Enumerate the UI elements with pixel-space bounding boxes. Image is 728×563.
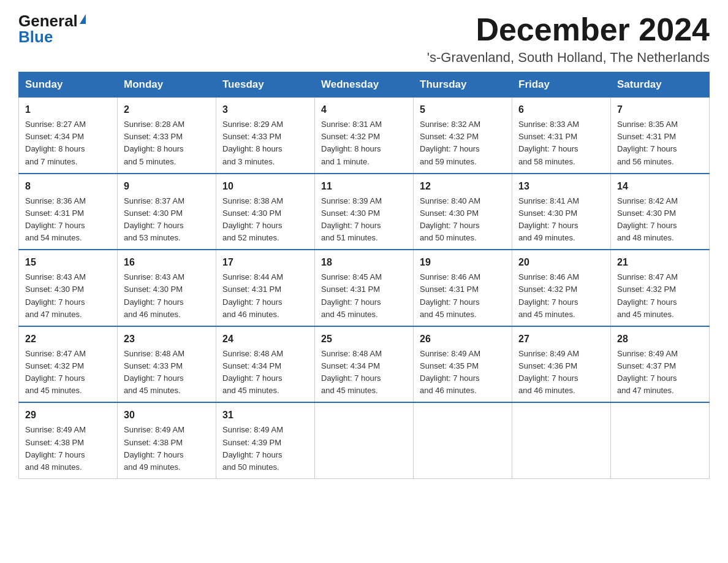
- day-info: Sunrise: 8:38 AM Sunset: 4:30 PM Dayligh…: [222, 195, 308, 245]
- day-number: 30: [124, 408, 210, 423]
- calendar-cell: [315, 402, 414, 478]
- day-info: Sunrise: 8:46 AM Sunset: 4:31 PM Dayligh…: [420, 271, 506, 321]
- day-info: Sunrise: 8:36 AM Sunset: 4:31 PM Dayligh…: [25, 195, 111, 245]
- logo-arrow-icon: [80, 14, 86, 24]
- calendar-cell: 1 Sunrise: 8:27 AM Sunset: 4:34 PM Dayli…: [19, 98, 118, 174]
- day-number: 20: [518, 255, 604, 270]
- header-wednesday: Wednesday: [315, 72, 414, 98]
- day-number: 4: [321, 102, 407, 117]
- day-info: Sunrise: 8:37 AM Sunset: 4:30 PM Dayligh…: [124, 195, 210, 245]
- day-number: 13: [518, 179, 604, 194]
- calendar-cell: 8 Sunrise: 8:36 AM Sunset: 4:31 PM Dayli…: [19, 174, 118, 250]
- day-info: Sunrise: 8:35 AM Sunset: 4:31 PM Dayligh…: [617, 118, 703, 168]
- header-tuesday: Tuesday: [216, 72, 315, 98]
- calendar-cell: 7 Sunrise: 8:35 AM Sunset: 4:31 PM Dayli…: [611, 98, 710, 174]
- day-number: 28: [617, 332, 703, 347]
- title-area: December 2024 's-Gravenland, South Holla…: [427, 12, 710, 66]
- calendar-cell: 12 Sunrise: 8:40 AM Sunset: 4:30 PM Dayl…: [414, 174, 512, 250]
- calendar-cell: [611, 402, 710, 478]
- calendar-table: Sunday Monday Tuesday Wednesday Thursday…: [18, 72, 710, 479]
- calendar-cell: 2 Sunrise: 8:28 AM Sunset: 4:33 PM Dayli…: [118, 98, 216, 174]
- month-title: December 2024: [427, 12, 710, 47]
- day-number: 1: [25, 102, 111, 117]
- calendar-cell: 31 Sunrise: 8:49 AM Sunset: 4:39 PM Dayl…: [216, 402, 315, 478]
- day-info: Sunrise: 8:49 AM Sunset: 4:38 PM Dayligh…: [124, 424, 210, 473]
- calendar-cell: 21 Sunrise: 8:47 AM Sunset: 4:32 PM Dayl…: [611, 250, 710, 326]
- day-info: Sunrise: 8:48 AM Sunset: 4:34 PM Dayligh…: [321, 348, 407, 397]
- calendar-cell: 18 Sunrise: 8:45 AM Sunset: 4:31 PM Dayl…: [315, 250, 414, 326]
- calendar-cell: 19 Sunrise: 8:46 AM Sunset: 4:31 PM Dayl…: [414, 250, 512, 326]
- day-number: 9: [124, 179, 210, 194]
- calendar-cell: 13 Sunrise: 8:41 AM Sunset: 4:30 PM Dayl…: [512, 174, 611, 250]
- calendar-cell: 20 Sunrise: 8:46 AM Sunset: 4:32 PM Dayl…: [512, 250, 611, 326]
- day-number: 22: [25, 332, 111, 347]
- day-number: 6: [518, 102, 604, 117]
- day-info: Sunrise: 8:28 AM Sunset: 4:33 PM Dayligh…: [124, 118, 210, 168]
- calendar-week-3: 15 Sunrise: 8:43 AM Sunset: 4:30 PM Dayl…: [19, 250, 710, 326]
- calendar-cell: [414, 402, 512, 478]
- calendar-cell: 30 Sunrise: 8:49 AM Sunset: 4:38 PM Dayl…: [118, 402, 216, 478]
- calendar-cell: 24 Sunrise: 8:48 AM Sunset: 4:34 PM Dayl…: [216, 326, 315, 403]
- day-info: Sunrise: 8:43 AM Sunset: 4:30 PM Dayligh…: [124, 271, 210, 321]
- day-number: 26: [420, 332, 506, 347]
- header-saturday: Saturday: [611, 72, 710, 98]
- day-info: Sunrise: 8:32 AM Sunset: 4:32 PM Dayligh…: [420, 118, 506, 168]
- calendar-cell: 14 Sunrise: 8:42 AM Sunset: 4:30 PM Dayl…: [611, 174, 710, 250]
- day-info: Sunrise: 8:49 AM Sunset: 4:35 PM Dayligh…: [420, 348, 506, 397]
- day-number: 3: [222, 102, 308, 117]
- header-friday: Friday: [512, 72, 611, 98]
- day-info: Sunrise: 8:49 AM Sunset: 4:39 PM Dayligh…: [222, 424, 308, 473]
- calendar-cell: 4 Sunrise: 8:31 AM Sunset: 4:32 PM Dayli…: [315, 98, 414, 174]
- day-info: Sunrise: 8:39 AM Sunset: 4:30 PM Dayligh…: [321, 195, 407, 245]
- location-title: 's-Gravenland, South Holland, The Nether…: [427, 50, 710, 66]
- day-info: Sunrise: 8:47 AM Sunset: 4:32 PM Dayligh…: [25, 348, 111, 397]
- calendar-cell: 9 Sunrise: 8:37 AM Sunset: 4:30 PM Dayli…: [118, 174, 216, 250]
- day-number: 11: [321, 179, 407, 194]
- day-number: 21: [617, 255, 703, 270]
- day-info: Sunrise: 8:48 AM Sunset: 4:34 PM Dayligh…: [222, 348, 308, 397]
- day-number: 17: [222, 255, 308, 270]
- calendar-cell: 16 Sunrise: 8:43 AM Sunset: 4:30 PM Dayl…: [118, 250, 216, 326]
- calendar-week-4: 22 Sunrise: 8:47 AM Sunset: 4:32 PM Dayl…: [19, 326, 710, 403]
- day-info: Sunrise: 8:33 AM Sunset: 4:31 PM Dayligh…: [518, 118, 604, 168]
- day-info: Sunrise: 8:46 AM Sunset: 4:32 PM Dayligh…: [518, 271, 604, 321]
- calendar-cell: 17 Sunrise: 8:44 AM Sunset: 4:31 PM Dayl…: [216, 250, 315, 326]
- day-info: Sunrise: 8:40 AM Sunset: 4:30 PM Dayligh…: [420, 195, 506, 245]
- header-thursday: Thursday: [414, 72, 512, 98]
- day-info: Sunrise: 8:27 AM Sunset: 4:34 PM Dayligh…: [25, 118, 111, 168]
- day-info: Sunrise: 8:49 AM Sunset: 4:37 PM Dayligh…: [617, 348, 703, 397]
- calendar-cell: 26 Sunrise: 8:49 AM Sunset: 4:35 PM Dayl…: [414, 326, 512, 403]
- calendar-week-2: 8 Sunrise: 8:36 AM Sunset: 4:31 PM Dayli…: [19, 174, 710, 250]
- calendar-week-1: 1 Sunrise: 8:27 AM Sunset: 4:34 PM Dayli…: [19, 98, 710, 174]
- calendar-cell: 15 Sunrise: 8:43 AM Sunset: 4:30 PM Dayl…: [19, 250, 118, 326]
- day-info: Sunrise: 8:29 AM Sunset: 4:33 PM Dayligh…: [222, 118, 308, 168]
- day-number: 25: [321, 332, 407, 347]
- day-info: Sunrise: 8:45 AM Sunset: 4:31 PM Dayligh…: [321, 271, 407, 321]
- day-number: 16: [124, 255, 210, 270]
- calendar-cell: [512, 402, 611, 478]
- logo-blue: Blue: [18, 28, 53, 47]
- day-number: 24: [222, 332, 308, 347]
- day-number: 19: [420, 255, 506, 270]
- logo: General Blue: [18, 12, 86, 47]
- calendar-cell: 23 Sunrise: 8:48 AM Sunset: 4:33 PM Dayl…: [118, 326, 216, 403]
- day-number: 18: [321, 255, 407, 270]
- day-number: 14: [617, 179, 703, 194]
- calendar-cell: 5 Sunrise: 8:32 AM Sunset: 4:32 PM Dayli…: [414, 98, 512, 174]
- day-info: Sunrise: 8:49 AM Sunset: 4:38 PM Dayligh…: [25, 424, 111, 473]
- day-number: 2: [124, 102, 210, 117]
- day-number: 7: [617, 102, 703, 117]
- day-number: 5: [420, 102, 506, 117]
- calendar-cell: 10 Sunrise: 8:38 AM Sunset: 4:30 PM Dayl…: [216, 174, 315, 250]
- day-number: 8: [25, 179, 111, 194]
- calendar-cell: 25 Sunrise: 8:48 AM Sunset: 4:34 PM Dayl…: [315, 326, 414, 403]
- day-number: 15: [25, 255, 111, 270]
- day-number: 29: [25, 408, 111, 423]
- header-monday: Monday: [118, 72, 216, 98]
- day-info: Sunrise: 8:49 AM Sunset: 4:36 PM Dayligh…: [518, 348, 604, 397]
- calendar-week-5: 29 Sunrise: 8:49 AM Sunset: 4:38 PM Dayl…: [19, 402, 710, 478]
- day-number: 12: [420, 179, 506, 194]
- page-header: General Blue December 2024 's-Gravenland…: [18, 12, 710, 66]
- day-info: Sunrise: 8:47 AM Sunset: 4:32 PM Dayligh…: [617, 271, 703, 321]
- day-info: Sunrise: 8:44 AM Sunset: 4:31 PM Dayligh…: [222, 271, 308, 321]
